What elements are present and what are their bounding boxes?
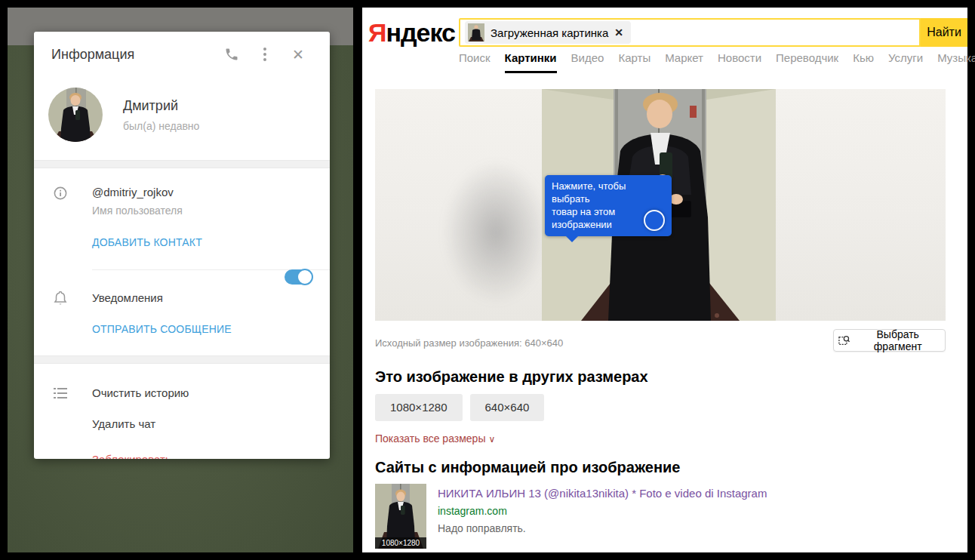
thumbnail-size-badge: 1080×1280 (375, 537, 426, 549)
result-thumbnail[interactable]: 1080×1280 (375, 484, 426, 549)
tab-q[interactable]: Кью (853, 51, 874, 73)
send-message-button[interactable]: ОТПРАВИТЬ СООБЩЕНИЕ (92, 323, 232, 335)
tab-video[interactable]: Видео (571, 51, 604, 73)
product-target-circle[interactable] (644, 210, 665, 231)
service-tabs: Поиск Картинки Видео Карты Маркет Новост… (459, 51, 975, 73)
size-option-1080x1280[interactable]: 1080×1280 (375, 394, 463, 421)
delete-chat-button[interactable]: Удалить чат (92, 399, 330, 430)
select-fragment-label: Выбрать фрагмент (855, 328, 940, 352)
info-panel: Информация ✕ (34, 32, 330, 459)
yandex-images-page: Яндекс Загруженная картинка ✕ Найти Поис… (362, 8, 967, 552)
telegram-app-background: Информация ✕ (8, 8, 353, 552)
size-options: 1080×1280 640×640 (375, 394, 544, 421)
close-icon: ✕ (292, 46, 304, 63)
chip-thumbnail (468, 23, 484, 42)
list-icon (54, 387, 67, 402)
size-option-640x640[interactable]: 640×640 (470, 394, 545, 421)
tab-images[interactable]: Картинки (505, 51, 557, 73)
chip-remove-button[interactable]: ✕ (614, 26, 623, 38)
logo-rest: ндекс (386, 18, 455, 47)
section-separator (34, 160, 330, 168)
kebab-menu-icon (263, 48, 266, 61)
chat-actions-block: Очистить историю Удалить чат Заблокирова… (34, 364, 330, 459)
yandex-logo[interactable]: Яндекс (368, 18, 455, 48)
result-text-block: НИКИТА ИЛЬИН 13 (@nikita13nikita) * Foto… (438, 484, 767, 549)
result-url-link[interactable]: instagram.com (438, 505, 767, 517)
username-row: @dmitriy_rojkov Имя пользователя ДОБАВИТ… (34, 168, 330, 249)
chevron-down-icon: ∨ (488, 434, 495, 445)
image-viewer[interactable]: Нажмите, чтобы выбрать товар на этом изо… (375, 89, 946, 321)
tab-market[interactable]: Маркет (665, 51, 703, 73)
toggle-knob (297, 269, 313, 285)
tab-translate[interactable]: Переводчик (776, 51, 838, 73)
blurred-shadow (443, 161, 549, 304)
bell-icon (54, 291, 67, 309)
search-result-item: 1080×1280 НИКИТА ИЛЬИН 13 (@nikita13niki… (375, 484, 767, 549)
tooltip-line1: Нажмите, чтобы выбрать (552, 180, 665, 205)
call-button[interactable] (215, 47, 248, 62)
profile-block: Дмитрий был(а) недавно (34, 77, 330, 160)
crop-search-icon (838, 334, 850, 347)
more-menu-button[interactable] (248, 48, 281, 61)
username-value: @dmitriy_rojkov (92, 168, 330, 198)
uploaded-image-chip: Загруженная картинка ✕ (465, 21, 631, 44)
section-separator (34, 355, 330, 364)
search-input[interactable]: Загруженная картинка ✕ (459, 18, 921, 47)
chip-label: Загруженная картинка (491, 26, 608, 39)
clear-history-button[interactable]: Очистить историю (92, 364, 330, 399)
block-user-button[interactable]: Заблокировать (92, 430, 330, 459)
result-snippet: Надо поправлять. (438, 522, 767, 534)
phone-icon (224, 47, 239, 62)
select-fragment-button[interactable]: Выбрать фрагмент (833, 329, 946, 352)
info-panel-header: Информация ✕ (34, 32, 330, 77)
panel-title: Информация (51, 47, 215, 63)
avatar[interactable] (48, 88, 103, 142)
sites-heading: Сайты с информацией про изображение (375, 459, 680, 476)
contact-name: Дмитрий (123, 98, 199, 114)
info-icon (54, 186, 67, 203)
show-all-sizes-link[interactable]: Показать все размеры∨ (375, 432, 495, 445)
search-submit-button[interactable]: Найти (921, 18, 967, 47)
notifications-toggle[interactable] (285, 269, 312, 285)
tab-services[interactable]: Услуги (888, 51, 923, 73)
original-size-caption: Исходный размер изображения: 640×640 (375, 337, 563, 349)
tab-music[interactable]: Музыка (937, 51, 975, 73)
tooltip-arrow (566, 236, 578, 242)
last-seen-status: был(а) недавно (123, 120, 199, 132)
add-contact-button[interactable]: ДОБАВИТЬ КОНТАКТ (92, 236, 202, 248)
tab-news[interactable]: Новости (718, 51, 761, 73)
tab-maps[interactable]: Карты (618, 51, 651, 73)
logo-first-letter: Я (368, 18, 386, 47)
username-label: Имя пользователя (92, 205, 330, 217)
close-panel-button[interactable]: ✕ (281, 46, 315, 63)
result-title-link[interactable]: НИКИТА ИЛЬИН 13 (@nikita13nikita) * Foto… (438, 487, 767, 500)
show-all-sizes-label: Показать все размеры (375, 432, 485, 445)
profile-name-block: Дмитрий был(а) недавно (123, 98, 199, 132)
other-sizes-heading: Это изображение в других размерах (375, 368, 648, 386)
tab-search[interactable]: Поиск (459, 51, 491, 73)
